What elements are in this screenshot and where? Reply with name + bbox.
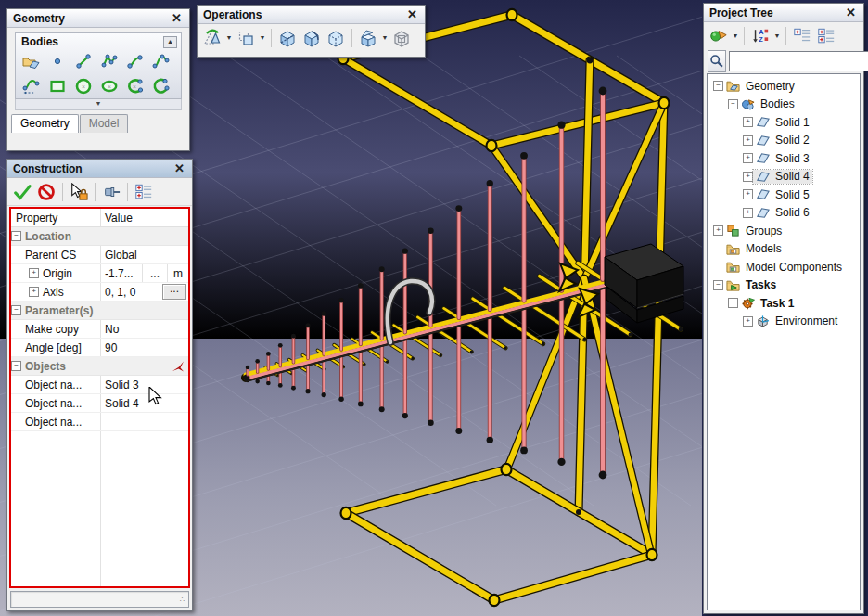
expand-all-icon[interactable] [791,25,813,47]
collapse-icon[interactable]: − [713,280,723,290]
expand-icon[interactable]: + [743,208,753,218]
tab-geometry[interactable]: Geometry [11,114,79,133]
tree-item-models[interactable]: Models [708,240,860,259]
construction-status-input[interactable] [11,593,180,606]
tab-model[interactable]: Model [80,114,129,133]
geometry-panel-titlebar[interactable]: Geometry ✕ [7,9,189,28]
tree-item-solid-3[interactable]: +Solid 3 [708,149,860,168]
sort-az-icon[interactable] [749,25,772,47]
arc-ellipse-icon[interactable] [123,74,147,97]
value-axis[interactable]: 0, 1, 0 [100,286,162,299]
sort-dropdown-icon[interactable]: ▼ [773,32,781,39]
tree-item-environment[interactable]: +Environment [708,313,860,331]
close-icon[interactable]: ✕ [405,8,419,20]
toolbar-separator [62,183,63,201]
close-icon[interactable]: ✕ [844,6,858,19]
origin-ellipsis-button[interactable]: ... [142,264,167,282]
expand-icon[interactable]: + [29,287,39,297]
tree-item-tasks[interactable]: −Tasks [708,276,860,295]
collapse-all-icon[interactable] [815,25,837,47]
tree-item-solid-5[interactable]: +Solid 5 [708,186,860,204]
open-box-icon[interactable] [357,27,379,49]
appearance-dropdown-icon[interactable]: ▼ [732,32,739,39]
select-lock-icon[interactable] [68,181,90,203]
wireframe-cube-icon[interactable] [390,27,413,49]
search-input[interactable] [730,53,868,70]
line-icon[interactable] [71,49,95,72]
construction-panel-titlebar[interactable]: Construction ✕ [7,160,192,178]
apply-icon[interactable] [11,181,33,203]
close-icon[interactable]: ✕ [172,162,186,174]
group-location[interactable]: − Location [11,227,188,246]
circle-icon[interactable] [71,74,95,97]
tree-item-solid-6[interactable]: +Solid 6 [708,204,860,223]
collapse-icon[interactable]: − [11,305,21,315]
environment-icon [755,314,771,328]
collapse-icon[interactable]: − [11,361,21,371]
search-icon[interactable] [708,50,726,72]
expand-list-icon[interactable] [133,181,155,203]
group-objects[interactable]: − Objects [11,357,188,376]
solid-icon [755,151,771,165]
open-box-dropdown-icon[interactable]: ▼ [381,34,389,41]
pattern-copy-icon[interactable] [235,27,257,49]
toolbar-overflow-button[interactable]: ▼ [15,99,182,110]
value-make-copy[interactable]: No [100,323,188,336]
expand-icon[interactable]: + [743,153,753,163]
expand-icon[interactable]: + [743,316,753,327]
transform-dropdown-icon[interactable]: ▼ [225,34,233,41]
value-object-1[interactable]: Solid 3 [100,379,188,391]
operations-panel-titlebar[interactable]: Operations ✕ [198,6,425,24]
tree-item-groups[interactable]: +Groups [708,222,860,240]
expand-icon[interactable]: + [743,172,753,182]
expand-icon[interactable]: + [743,117,753,127]
row-object-3: Object na... [11,413,188,431]
red-plane-icon[interactable] [172,361,185,372]
expand-icon[interactable]: + [713,225,723,236]
cancel-icon[interactable] [35,181,57,203]
project-tree-titlebar[interactable]: Project Tree ✕ [704,4,863,22]
pin-icon[interactable] [100,181,122,203]
axis-picker-button[interactable]: ... [162,284,186,300]
collapse-icon[interactable]: − [728,298,738,308]
group-parameters[interactable]: − Parameter(s) [11,302,188,320]
polyline-icon[interactable] [97,49,121,72]
origin-unit[interactable]: m [167,264,188,282]
tree-item-task-1[interactable]: −Task 1 [708,294,860,313]
expand-icon[interactable]: + [29,268,39,278]
search-combo[interactable]: ⌄ [729,51,868,71]
tree-item-solid-2[interactable]: +Solid 2 [708,132,860,150]
resize-grip[interactable]: ∴ [180,596,188,604]
ellipse-icon[interactable] [97,74,121,97]
rectangle-icon[interactable] [45,74,69,97]
expand-icon[interactable]: + [743,135,753,146]
tree-item-solid-4[interactable]: +Solid 4 [708,168,860,186]
value-parent-cs[interactable]: Global [100,249,188,262]
transform-icon[interactable] [201,27,223,49]
pattern-dropdown-icon[interactable]: ▼ [259,34,266,41]
header-value: Value [100,212,188,225]
appearance-icon[interactable] [708,25,730,47]
boolean-cut-icon[interactable] [276,27,299,49]
collapse-icon[interactable]: − [728,99,738,109]
expand-icon[interactable]: + [743,189,753,199]
collapse-group-button[interactable]: ▲ [163,36,177,48]
arc-3pt-icon[interactable] [149,74,172,97]
point-icon[interactable] [45,49,69,72]
import-body-icon[interactable] [19,49,43,72]
tree-item-model-components[interactable]: Model Components [708,258,860,276]
value-angle[interactable]: 90 [100,341,188,354]
spline-icon[interactable] [149,49,172,72]
arc-icon[interactable] [123,49,147,72]
collapse-icon[interactable]: − [713,81,723,91]
tree-item-geometry[interactable]: −Geometry [708,77,860,96]
collapse-icon[interactable]: − [11,231,21,241]
boolean-hollow-icon[interactable] [325,27,347,49]
curve-handles-icon[interactable] [19,74,43,97]
value-origin[interactable]: -1.7... [100,267,142,280]
tree-item-bodies[interactable]: −Bodies [708,96,860,114]
boolean-fillet-icon[interactable] [300,27,323,49]
value-object-2[interactable]: Solid 4 [100,397,188,410]
close-icon[interactable]: ✕ [170,12,184,24]
tree-item-solid-1[interactable]: +Solid 1 [708,113,860,132]
